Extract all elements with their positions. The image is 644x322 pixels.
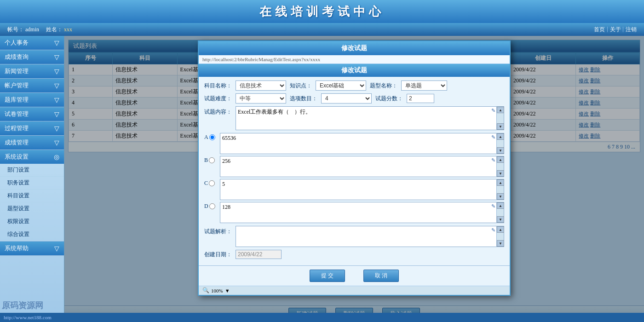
dialog-title: 修改试题 — [341, 45, 367, 52]
sidebar-header-accounts[interactable]: 帐户管理▽ — [0, 79, 64, 92]
content-scroll-down[interactable]: ▼ — [497, 123, 504, 130]
type-select[interactable]: 单选题多选题判断题填空题 — [401, 80, 447, 91]
topbar: 帐号： admin 姓名： xxx 首页 | 关于 | 注销 — [0, 23, 644, 36]
content-scrollbar: ▲ ▼ — [496, 107, 504, 130]
sidebar-item-职务设置[interactable]: 职务设置 — [0, 177, 64, 190]
answer-scroll-down-C[interactable]: ▼ — [497, 193, 504, 200]
score-input[interactable] — [407, 94, 434, 103]
sidebar-arrow-help: ▽ — [54, 245, 59, 253]
sidebar-header-label-personal: 个人事务 — [5, 39, 29, 47]
answer-radio-C[interactable] — [209, 180, 215, 186]
sidebar-header-label-exam-manage: 试卷管理 — [5, 110, 29, 118]
sidebar-header-system[interactable]: 系统设置◎ — [0, 150, 64, 164]
account-label: 帐号： — [7, 26, 24, 33]
submit-button[interactable]: 提 交 — [310, 270, 345, 282]
sidebar-header-result[interactable]: 成绩管理▽ — [0, 136, 64, 150]
sidebar-item-权限设置[interactable]: 权限设置 — [0, 215, 64, 228]
cancel-button[interactable]: 取 消 — [363, 270, 399, 282]
sidebar-header-process[interactable]: 过程管理▽ — [0, 121, 64, 135]
zoom-value: 100% — [211, 288, 223, 293]
nav-about[interactable]: 关于 — [610, 26, 621, 34]
content-textarea[interactable]: Excel工作表最多有（ ）行。 — [236, 107, 496, 129]
answer-edit-icon-D[interactable]: ✎ — [491, 203, 495, 209]
sidebar-header-scores[interactable]: 成绩查询▽ — [0, 50, 64, 64]
analysis-area: 试题解析： ▲ ▼ ✎ — [204, 226, 504, 247]
sidebar-item-科目设置[interactable]: 科目设置 — [0, 190, 64, 202]
nav-home[interactable]: 首页 — [594, 26, 605, 34]
sidebar-section-exam-manage: 试卷管理▽ — [0, 107, 64, 121]
sidebar-header-exam-manage[interactable]: 试卷管理▽ — [0, 107, 64, 121]
difficulty-select[interactable]: 容易中等困难 — [236, 93, 286, 104]
sidebar-arrow-exam-manage: ▽ — [54, 110, 59, 118]
sidebar-arrow-process: ▽ — [54, 125, 59, 132]
sidebar-arrow-personal: ▽ — [54, 39, 59, 47]
answer-radio-B[interactable] — [209, 157, 215, 163]
sidebar-header-question-bank[interactable]: 题库管理▽ — [0, 93, 64, 107]
difficulty-label: 试题难度： — [204, 95, 232, 103]
options-label: 选项数目： — [290, 95, 317, 103]
options-select[interactable]: 2345 — [321, 93, 372, 104]
analysis-scroll-down[interactable]: ▼ — [497, 240, 504, 247]
answer-scroll-A: ▲ ▼ — [496, 133, 504, 154]
page-header: 在线培训考试中心 — [0, 0, 644, 23]
answer-row-A: A 65536 ▲ ▼ ✎ — [204, 133, 504, 154]
answer-textarea-B[interactable]: 256 — [220, 156, 496, 176]
answer-radio-D[interactable] — [209, 203, 215, 209]
sidebar-header-label-accounts: 帐户管理 — [5, 81, 29, 90]
answer-wrapper-A: 65536 ▲ ▼ ✎ — [220, 133, 504, 154]
answer-section: A 65536 ▲ ▼ ✎ B 256 ▲ ▼ — [204, 133, 504, 223]
answer-scroll-up-C[interactable]: ▲ — [497, 179, 504, 186]
sidebar-item-综合设置[interactable]: 综合设置 — [0, 228, 64, 241]
answer-label-B: B — [204, 156, 218, 164]
sidebar-section-personal: 个人事务▽ — [0, 36, 64, 50]
sidebar-section-help: 系统帮助▽ — [0, 242, 64, 256]
sidebar-items-system: 部门设置职务设置科目设置题型设置权限设置综合设置 — [0, 164, 64, 241]
sidebar-header-help[interactable]: 系统帮助▽ — [0, 242, 64, 255]
answer-scroll-up-A[interactable]: ▲ — [497, 133, 504, 140]
answer-wrapper-B: 256 ▲ ▼ ✎ — [220, 156, 504, 177]
analysis-edit-icon[interactable]: ✎ — [491, 227, 495, 233]
answer-scroll-down-D[interactable]: ▼ — [497, 216, 504, 223]
sidebar-item-题型设置[interactable]: 题型设置 — [0, 202, 64, 215]
answer-row-D: D 128 ▲ ▼ ✎ — [204, 202, 504, 223]
dialog-footer: 提 交 取 消 — [199, 265, 510, 286]
answer-scroll-up-B[interactable]: ▲ — [497, 156, 504, 163]
sidebar-section-scores: 成绩查询▽ — [0, 50, 64, 64]
answer-scroll-down-A[interactable]: ▼ — [497, 147, 504, 154]
sidebar-arrow-accounts: ▽ — [54, 82, 59, 90]
sidebar-header-label-result: 成绩管理 — [5, 138, 29, 147]
answer-textarea-C[interactable]: 5 — [220, 179, 496, 199]
answer-row-C: C 5 ▲ ▼ — [204, 179, 504, 200]
date-label: 创建日期： — [204, 251, 232, 259]
sidebar-item-部门设置[interactable]: 部门设置 — [0, 164, 64, 177]
answer-label-C: C — [204, 179, 218, 187]
sidebar-section-process: 过程管理▽ — [0, 121, 64, 136]
answer-scroll-down-B[interactable]: ▼ — [497, 170, 504, 177]
topbar-left: 帐号： admin 姓名： xxx — [7, 26, 594, 34]
answer-textarea-D[interactable]: 128 — [220, 202, 496, 222]
answer-radio-A[interactable] — [209, 134, 215, 140]
answer-scroll-up-D[interactable]: ▲ — [497, 202, 504, 209]
sidebar-section-system: 系统设置◎部门设置职务设置科目设置题型设置权限设置综合设置 — [0, 150, 64, 242]
analysis-textarea[interactable] — [236, 226, 496, 246]
sidebar-section-accounts: 帐户管理▽ — [0, 79, 64, 93]
zoom-dropdown-icon[interactable]: ▼ — [225, 288, 230, 293]
content-scroll-up[interactable]: ▲ — [497, 107, 504, 113]
knowledge-select[interactable]: Excel基础Word基础PPT基础 — [316, 80, 366, 91]
answer-textarea-A[interactable]: 65536 — [220, 133, 496, 153]
nav-logout[interactable]: 注销 — [626, 26, 637, 34]
content-wrapper: Excel工作表最多有（ ）行。 ▲ ▼ ✎ — [236, 106, 504, 130]
content-edit-icon[interactable]: ✎ — [491, 108, 495, 114]
footer-url: http://www.net188.com — [4, 315, 52, 320]
analysis-wrapper: ▲ ▼ ✎ — [236, 226, 504, 247]
answer-edit-icon-A[interactable]: ✎ — [491, 134, 495, 140]
answer-edit-icon-B[interactable]: ✎ — [491, 157, 495, 163]
subject-select[interactable]: 信息技术语文数学英语 — [236, 80, 286, 91]
main-area: 试题列表 序号科目知识点题型难度分数选项内容创建日操作 1信息技术Excel基础… — [64, 36, 644, 322]
sidebar-header-personal[interactable]: 个人事务▽ — [0, 36, 64, 50]
answer-scroll-C: ▲ ▼ — [496, 179, 504, 200]
dialog-body: 科目名称： 信息技术语文数学英语 知识点： Excel基础Word基础PPT基础… — [199, 77, 510, 265]
analysis-scroll-up[interactable]: ▲ — [497, 226, 504, 233]
date-input[interactable] — [236, 250, 282, 259]
sidebar-header-news[interactable]: 新闻管理▽ — [0, 64, 64, 78]
